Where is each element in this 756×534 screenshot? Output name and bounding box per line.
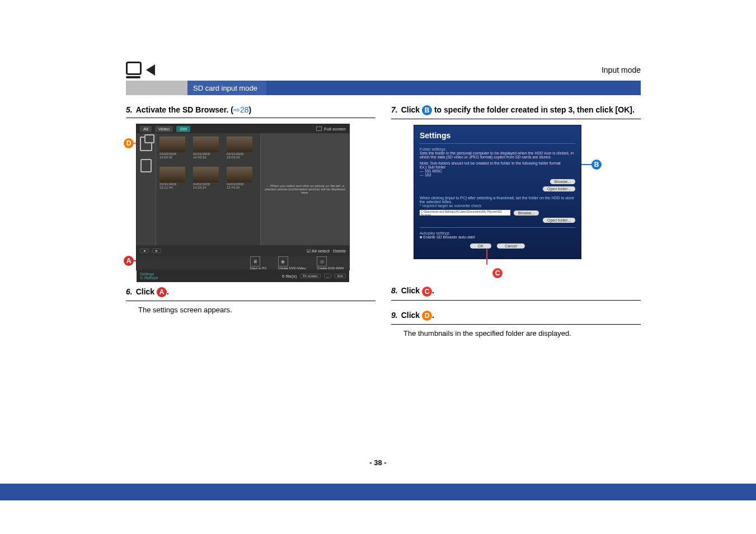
callout-c: C xyxy=(492,268,503,278)
thumbnail[interactable] xyxy=(159,137,185,152)
preview-pane: ← When you select and click on picture o… xyxy=(260,133,349,245)
thumbnail[interactable] xyxy=(193,167,219,182)
thumbnail[interactable] xyxy=(227,167,252,182)
delete-button[interactable]: Delete xyxy=(333,249,346,254)
sd-overlay-icon[interactable] xyxy=(140,137,152,151)
page-link-28[interactable]: 28 xyxy=(240,105,249,114)
prev-button[interactable]: ◄ xyxy=(140,249,149,253)
full-screen-label[interactable]: Full screen xyxy=(324,127,346,132)
step8-circle-c: C xyxy=(422,287,432,297)
settings-title: Settings xyxy=(420,131,575,140)
section-title: SD card input mode xyxy=(187,81,266,95)
callout-d: D xyxy=(124,138,134,148)
right-column: 7. Click B to specify the folder created… xyxy=(391,105,641,348)
step-7: 7. Click B to specify the folder created… xyxy=(391,105,641,115)
step-9: 9. Click D. xyxy=(391,311,641,321)
all-select-checkbox[interactable]: ☑ All select xyxy=(307,249,330,254)
path-input[interactable]: C:\Documents and Settings\All Users\Docu… xyxy=(420,210,510,216)
hdd-icon[interactable] xyxy=(140,159,152,172)
minimize-button[interactable]: _ xyxy=(324,274,331,278)
next-button[interactable]: ► xyxy=(152,249,161,253)
step-5: 5. Activate the SD Browser. (⇨28) xyxy=(126,105,375,114)
item-count: 6 file(s) xyxy=(282,274,297,279)
fit-screen-button[interactable]: Fit screen xyxy=(300,274,320,278)
step6-circle-a: A xyxy=(157,287,167,297)
page-number: - 38 - xyxy=(0,458,756,467)
open-folder-button-2[interactable]: Open folder... xyxy=(543,218,575,223)
browse-button-2[interactable]: Browse... xyxy=(514,210,539,216)
header-row: Input mode xyxy=(126,62,641,78)
fullscreen-icon[interactable] xyxy=(316,127,322,131)
step7-circle-b: B xyxy=(422,105,432,115)
settings-dialog-screenshot: Settings Folder settings Sets the folder… xyxy=(414,125,581,259)
link-arrow-icon: ⇨ xyxy=(233,105,240,114)
arrow-left-icon xyxy=(146,64,155,76)
tab-video[interactable]: Video xyxy=(155,126,173,132)
tab-still[interactable]: Still xyxy=(176,126,190,132)
thumbnail[interactable] xyxy=(159,167,185,182)
browse-button-1[interactable]: Browse... xyxy=(550,179,575,184)
input-mode-icon xyxy=(126,62,155,78)
callout-b: B xyxy=(591,160,602,170)
ok-button[interactable]: OK xyxy=(470,243,491,249)
thumbnail-grid: 03/30/2008 14:02:45 03/31/2008 14:50:19 … xyxy=(156,133,260,245)
callout-a: A xyxy=(124,256,134,266)
tab-all[interactable]: All xyxy=(140,126,152,132)
left-column: 5. Activate the SD Browser. (⇨28) D A xyxy=(126,105,375,348)
refresh-link[interactable]: ↻ Refresh xyxy=(140,276,158,280)
step-6: 6. Click A. xyxy=(126,287,375,297)
exit-button[interactable]: Exit xyxy=(335,274,346,278)
sd-browser-screenshot: All Video Still Full screen xyxy=(136,124,350,270)
step9-circle-d: D xyxy=(422,311,432,321)
content-area: Input mode SD card input mode 5. Activat… xyxy=(126,62,641,348)
create-dvd-ram-icon[interactable]: ◎ xyxy=(317,256,327,266)
step9-desc: The thumbnails in the specified folder a… xyxy=(403,329,641,338)
cancel-button[interactable]: Cancel xyxy=(497,243,525,249)
footer-bar xyxy=(0,484,756,500)
step6-desc: The settings screen appears. xyxy=(138,306,375,314)
section-bar: SD card input mode xyxy=(126,81,641,95)
input-to-pc-icon[interactable]: 🖥 xyxy=(250,256,260,266)
settings-link[interactable]: Settings xyxy=(140,272,154,276)
thumbnail[interactable] xyxy=(227,137,252,152)
thumbnail[interactable] xyxy=(193,137,219,152)
step-8: 8. Click C. xyxy=(391,286,641,296)
create-dvd-video-icon[interactable]: ◉ xyxy=(278,256,288,266)
mode-label: Input mode xyxy=(602,65,641,74)
open-folder-button-1[interactable]: Open folder... xyxy=(543,186,575,191)
autoplay-checkbox[interactable]: ■ Enable SD Browser auto-start xyxy=(420,235,575,239)
